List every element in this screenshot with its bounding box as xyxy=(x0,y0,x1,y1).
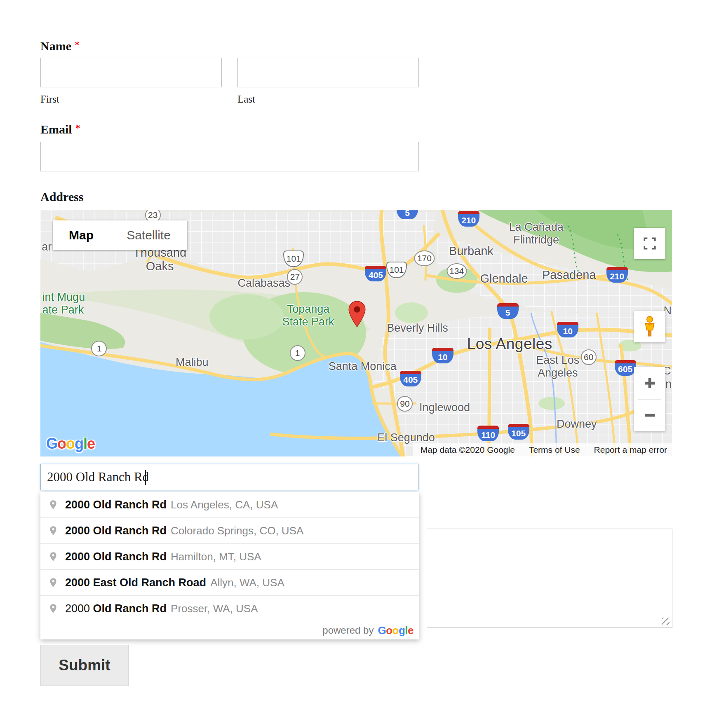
minus-icon xyxy=(644,409,656,421)
map-label: East Los Angeles xyxy=(536,354,579,379)
address-suggestions-dropdown: 2000 Old Ranch Rd Los Angeles, CA, USA 2… xyxy=(40,492,419,639)
highway-shield: 405 xyxy=(400,371,421,386)
location-pin-icon xyxy=(48,525,59,536)
highway-shield: 90 xyxy=(397,396,413,412)
contact-form-page: Name* First Last Email* Address xyxy=(0,0,719,728)
highway-shield: 10 xyxy=(557,322,578,337)
address-suggestion[interactable]: 2000 East Old Ranch Road Allyn, WA, USA xyxy=(40,569,419,595)
map-label: Santa Monica xyxy=(329,360,397,373)
map-attribution: Map data ©2020 Google Terms of Use Repor… xyxy=(413,443,672,456)
suggestion-secondary-text: Colorado Springs, CO, USA xyxy=(171,524,303,537)
map-label: Topanga State Park xyxy=(282,303,334,328)
highway-shield: 1 xyxy=(290,345,305,361)
map-label: Pasadena xyxy=(542,268,596,282)
report-map-error-link[interactable]: Report a map error xyxy=(594,445,667,455)
google-map[interactable]: Thousand OaksCalabasasint Mugu ate ParkT… xyxy=(40,210,672,456)
map-label: Downey xyxy=(557,418,597,431)
highway-shield: 1 xyxy=(91,341,107,356)
first-name-input[interactable] xyxy=(40,58,222,87)
map-label: Burbank xyxy=(449,245,493,258)
name-label-text: Name xyxy=(40,39,71,53)
address-suggestions-list: 2000 Old Ranch Rd Los Angeles, CA, USA 2… xyxy=(40,492,419,621)
zoom-in-button[interactable] xyxy=(634,367,665,399)
powered-by-text: powered by xyxy=(322,625,374,636)
terms-of-use-link[interactable]: Terms of Use xyxy=(529,445,580,455)
zoom-out-button[interactable] xyxy=(634,400,665,432)
suggestion-main-text: 2000 Old Ranch Rd xyxy=(65,524,167,537)
location-pin-icon xyxy=(48,603,59,614)
address-suggestion[interactable]: 2000 Old Ranch Rd Prosser, WA, USA xyxy=(40,595,419,621)
highway-shield: 110 xyxy=(477,426,499,441)
highway-shield: 10 xyxy=(432,348,453,363)
map-label: Los Angeles xyxy=(467,335,552,353)
email-input[interactable] xyxy=(40,142,419,171)
google-logo-small: Google xyxy=(378,624,414,637)
suggestion-secondary-text: Allyn, WA, USA xyxy=(210,576,284,589)
suggestion-main-text: 2000 Old Ranch Rd xyxy=(65,499,167,511)
map-type-map-button[interactable]: Map xyxy=(53,220,110,250)
google-logo[interactable]: Google xyxy=(46,435,95,452)
pegman-button[interactable] xyxy=(634,311,665,342)
map-label: Beverly Hills xyxy=(387,322,448,335)
suggestion-secondary-text: Hamilton, MT, USA xyxy=(171,550,261,563)
email-label: Email* xyxy=(40,122,80,136)
suggestion-main-text: 2000 Old Ranch Rd xyxy=(65,550,167,563)
highway-shield: 27 xyxy=(287,269,303,285)
map-label: Inglewood xyxy=(419,401,470,414)
map-label: Calabasas xyxy=(238,277,291,290)
highway-shield: 605 xyxy=(615,360,636,376)
map-label: El Segundo xyxy=(377,432,435,445)
address-input[interactable] xyxy=(40,464,418,490)
first-sublabel: First xyxy=(40,94,59,105)
address-label: Address xyxy=(40,190,83,204)
map-label: Glendale xyxy=(480,272,528,286)
map-marker-pin xyxy=(347,301,367,330)
map-type-satellite-button[interactable]: Satellite xyxy=(110,220,187,250)
email-required-asterisk: * xyxy=(75,122,80,133)
last-name-input[interactable] xyxy=(237,58,419,87)
location-pin-icon xyxy=(48,551,59,562)
map-label: int Mugu ate Park xyxy=(42,291,85,316)
map-label: ar xyxy=(42,241,52,254)
map-type-control: Map Satellite xyxy=(53,220,187,250)
name-required-asterisk: * xyxy=(75,39,80,50)
highway-shield: 5 xyxy=(497,303,519,319)
highway-shield: 405 xyxy=(365,266,386,281)
last-sublabel: Last xyxy=(237,94,255,105)
highway-shield: 105 xyxy=(508,424,529,440)
address-suggestion[interactable]: 2000 Old Ranch Rd Hamilton, MT, USA xyxy=(40,543,419,569)
highway-shield: 60 xyxy=(581,349,597,365)
highway-shield: 210 xyxy=(458,211,479,227)
highway-shield: 210 xyxy=(606,267,628,283)
name-label: Name* xyxy=(40,39,80,53)
suggestion-secondary-text: Prosser, WA, USA xyxy=(171,602,258,615)
pegman-icon xyxy=(641,316,658,337)
zoom-control xyxy=(634,367,665,431)
location-pin-icon xyxy=(48,577,59,588)
suggestion-main-text: 2000 East Old Ranch Road xyxy=(65,576,206,589)
map-label: La Cañada Flintridge xyxy=(509,221,564,246)
suggestion-main-text: 2000 Old Ranch Rd xyxy=(65,602,167,615)
map-label: Malibu xyxy=(176,356,209,369)
powered-by-google: powered by Google xyxy=(40,621,419,639)
address-suggestion[interactable]: 2000 Old Ranch Rd Los Angeles, CA, USA xyxy=(40,492,419,517)
highway-shield: 134 xyxy=(446,263,467,279)
plus-icon xyxy=(644,377,656,389)
comments-textarea[interactable] xyxy=(427,529,672,628)
email-label-text: Email xyxy=(40,122,72,136)
fullscreen-icon xyxy=(643,236,657,250)
location-pin-icon xyxy=(48,499,59,510)
address-suggestion[interactable]: 2000 Old Ranch Rd Colorado Springs, CO, … xyxy=(40,517,419,543)
fullscreen-button[interactable] xyxy=(634,228,665,259)
highway-shield: 170 xyxy=(414,250,435,266)
map-data-attribution: Map data ©2020 Google xyxy=(421,445,515,455)
submit-button[interactable]: Submit xyxy=(40,645,129,686)
suggestion-secondary-text: Los Angeles, CA, USA xyxy=(171,499,278,511)
